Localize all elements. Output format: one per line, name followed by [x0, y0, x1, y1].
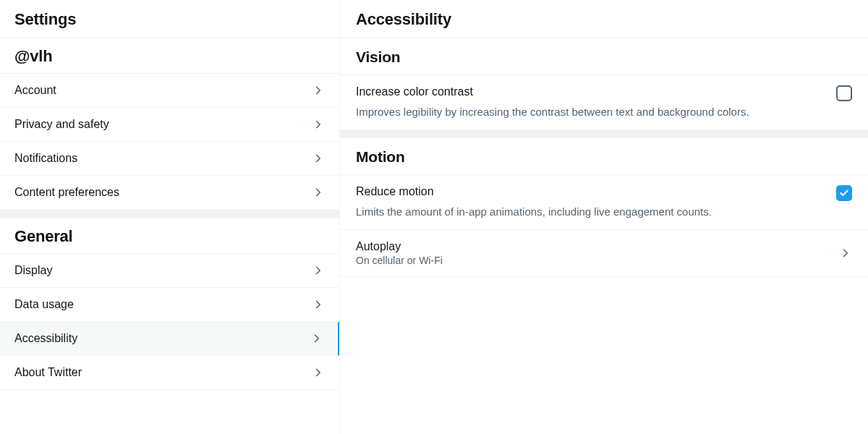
autoplay-texts: Autoplay On cellular or Wi-Fi: [356, 240, 443, 266]
increase-color-contrast-label: Increase color contrast: [356, 85, 473, 98]
sidebar-item-account[interactable]: Account: [0, 74, 339, 108]
reduce-motion-row: Reduce motion: [340, 175, 868, 205]
sidebar-item-privacy-and-safety[interactable]: Privacy and safety: [0, 108, 339, 142]
motion-group-header: Motion: [340, 138, 868, 175]
detail-header: Accessibility: [340, 0, 868, 38]
autoplay-row[interactable]: Autoplay On cellular or Wi-Fi: [340, 230, 868, 277]
reduce-motion-label: Reduce motion: [356, 185, 434, 198]
chevron-right-icon: [312, 366, 325, 379]
reduce-motion-checkbox[interactable]: [836, 185, 852, 201]
chevron-right-icon: [312, 84, 325, 97]
chevron-right-icon: [312, 152, 325, 165]
motion-heading: Motion: [356, 148, 852, 166]
chevron-right-icon: [310, 332, 323, 345]
general-heading: General: [14, 227, 325, 246]
sidebar-item-content-preferences[interactable]: Content preferences: [0, 176, 339, 210]
account-handle-section: @vlh: [0, 38, 339, 74]
sidebar-item-label: Account: [14, 84, 56, 97]
sidebar-header: Settings: [0, 0, 339, 38]
vision-heading: Vision: [356, 48, 852, 66]
sidebar-item-about-twitter[interactable]: About Twitter: [0, 356, 339, 390]
increase-color-contrast-description: Improves legibility by increasing the co…: [340, 106, 868, 129]
sidebar-item-display[interactable]: Display: [0, 254, 339, 288]
sidebar-item-notifications[interactable]: Notifications: [0, 142, 339, 176]
settings-detail-pane: Accessibility Vision Increase color cont…: [340, 0, 868, 434]
sidebar-item-accessibility[interactable]: Accessibility: [0, 322, 339, 356]
settings-sidebar: Settings @vlh Account Privacy and safety…: [0, 0, 340, 434]
sidebar-item-label: Display: [14, 264, 52, 277]
chevron-right-icon: [312, 264, 325, 277]
increase-color-contrast-checkbox[interactable]: [836, 85, 852, 101]
chevron-right-icon: [312, 186, 325, 199]
sidebar-item-label: Notifications: [14, 152, 77, 165]
chevron-right-icon: [312, 118, 325, 131]
chevron-right-icon: [839, 247, 852, 260]
sidebar-item-data-usage[interactable]: Data usage: [0, 288, 339, 322]
sidebar-item-label: Content preferences: [14, 186, 119, 199]
chevron-right-icon: [312, 298, 325, 311]
autoplay-value: On cellular or Wi-Fi: [356, 255, 443, 266]
sidebar-item-label: About Twitter: [14, 366, 82, 379]
autoplay-label: Autoplay: [356, 240, 443, 253]
section-divider: [340, 129, 868, 138]
detail-title: Accessibility: [356, 10, 854, 29]
vision-group-header: Vision: [340, 38, 868, 75]
sidebar-item-label: Data usage: [14, 298, 74, 311]
sidebar-item-label: Privacy and safety: [14, 118, 109, 131]
account-handle: @vlh: [14, 47, 325, 66]
section-divider: [0, 210, 339, 218]
reduce-motion-description: Limits the amount of in-app animations, …: [340, 205, 868, 230]
general-section-header: General: [0, 218, 339, 254]
sidebar-item-label: Accessibility: [14, 332, 77, 345]
settings-title: Settings: [14, 10, 325, 29]
increase-color-contrast-row: Increase color contrast: [340, 75, 868, 106]
